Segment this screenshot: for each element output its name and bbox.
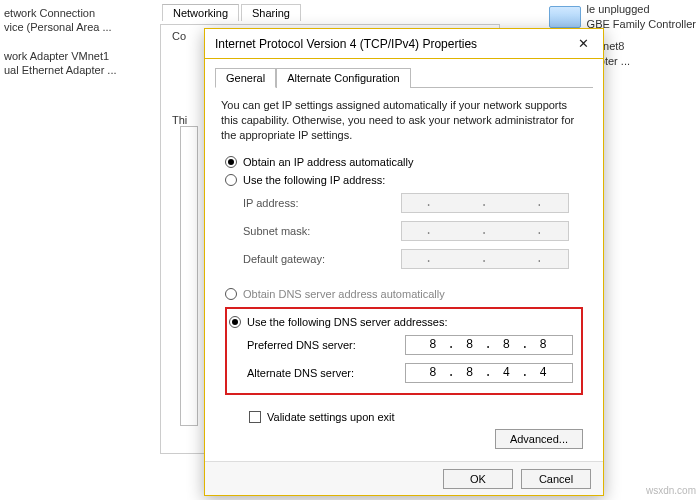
- tab-networking[interactable]: Networking: [162, 4, 239, 21]
- adapter-item[interactable]: ual Ethernet Adapter ...: [4, 63, 117, 77]
- radio-obtain-dns-auto[interactable]: [225, 288, 237, 300]
- ipv4-properties-dialog: Internet Protocol Version 4 (TCP/IPv4) P…: [204, 28, 604, 496]
- subnet-mask-label: Subnet mask:: [243, 225, 401, 237]
- tab-alternate-config[interactable]: Alternate Configuration: [276, 68, 411, 88]
- advanced-button[interactable]: Advanced...: [495, 429, 583, 449]
- connect-using-label: Co: [172, 30, 186, 42]
- ip-address-label: IP address:: [243, 197, 401, 209]
- adapter-item[interactable]: etwork Connection: [4, 6, 117, 20]
- cancel-button[interactable]: Cancel: [521, 469, 591, 489]
- tab-sharing[interactable]: Sharing: [241, 4, 301, 21]
- description-text: You can get IP settings assigned automat…: [215, 88, 593, 149]
- dialog-titlebar[interactable]: Internet Protocol Version 4 (TCP/IPv4) P…: [205, 29, 603, 59]
- validate-checkbox[interactable]: [249, 411, 261, 423]
- dns-group: Obtain DNS server address automatically …: [215, 277, 593, 405]
- radio-obtain-ip-auto[interactable]: [225, 156, 237, 168]
- network-adapter-list: etwork Connection vice (Personal Area ..…: [4, 6, 117, 77]
- dialog-footer: OK Cancel: [205, 461, 603, 495]
- preferred-dns-input[interactable]: 8 . 8 . 8 . 8: [405, 335, 573, 355]
- radio-use-dns[interactable]: [229, 316, 241, 328]
- ip-address-group: Obtain an IP address automatically Use t…: [215, 149, 593, 277]
- radio-label: Obtain an IP address automatically: [243, 156, 413, 168]
- validate-label: Validate settings upon exit: [267, 411, 395, 423]
- alternate-dns-input[interactable]: 8 . 8 . 4 . 4: [405, 363, 573, 383]
- watermark-text: wsxdn.com: [646, 485, 696, 496]
- default-gateway-label: Default gateway:: [243, 253, 401, 265]
- dialog-title: Internet Protocol Version 4 (TCP/IPv4) P…: [205, 37, 477, 51]
- dns-highlight-box: Use the following DNS server addresses: …: [225, 307, 583, 395]
- adapter-item[interactable]: work Adapter VMnet1: [4, 49, 117, 63]
- dialog-tabs: General Alternate Configuration: [215, 67, 593, 87]
- this-connection-label: Thi: [172, 114, 187, 126]
- properties-tabs: Networking Sharing: [162, 4, 301, 21]
- radio-label: Obtain DNS server address automatically: [243, 288, 445, 300]
- radio-label: Use the following DNS server addresses:: [247, 316, 448, 328]
- alternate-dns-label: Alternate DNS server:: [247, 367, 405, 379]
- close-button[interactable]: ✕: [563, 33, 603, 55]
- status-unplugged: le unplugged: [587, 2, 696, 17]
- monitor-icon: [549, 6, 581, 28]
- subnet-mask-input: ...: [401, 221, 569, 241]
- preferred-dns-label: Preferred DNS server:: [247, 339, 405, 351]
- ip-address-input: ...: [401, 193, 569, 213]
- radio-label: Use the following IP address:: [243, 174, 385, 186]
- ok-button[interactable]: OK: [443, 469, 513, 489]
- default-gateway-input: ...: [401, 249, 569, 269]
- items-listbox-edge: [180, 126, 198, 426]
- adapter-item[interactable]: vice (Personal Area ...: [4, 20, 117, 34]
- tab-general[interactable]: General: [215, 68, 276, 88]
- radio-use-ip[interactable]: [225, 174, 237, 186]
